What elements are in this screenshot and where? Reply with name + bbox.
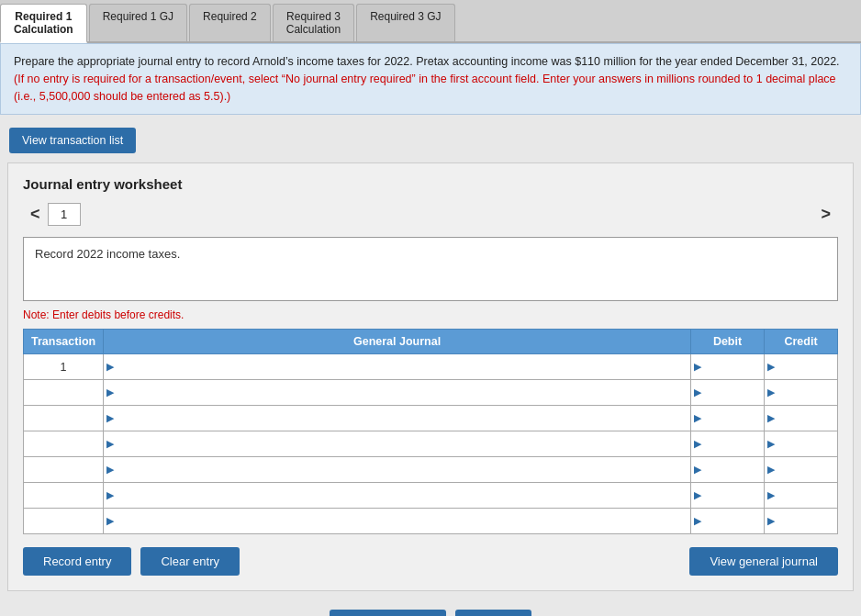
credit-input-6[interactable] (777, 483, 837, 508)
gj-arrow-2: ▶ (104, 386, 117, 398)
debit-input-7[interactable] (704, 509, 764, 533)
debit-input-1[interactable] (704, 354, 764, 379)
debit-input-cell-1[interactable]: ▶ (691, 354, 765, 380)
credit-arrow-1: ▶ (765, 361, 777, 373)
debit-arrow-5: ▶ (691, 464, 704, 476)
credit-input-3[interactable] (777, 406, 837, 431)
credit-arrow-4: ▶ (765, 438, 777, 450)
table-row: ▶ ▶ ▶ (24, 509, 838, 534)
debit-arrow-2: ▶ (691, 386, 704, 398)
transaction-num-4 (24, 431, 104, 457)
tab-req3gj[interactable]: Required 3 GJ (356, 4, 454, 41)
debit-input-cell-4[interactable]: ▶ (691, 431, 765, 457)
credit-arrow-3: ▶ (765, 412, 777, 424)
gj-input-4[interactable] (117, 431, 690, 456)
gj-input-cell-7[interactable]: ▶ (104, 509, 691, 534)
credit-input-4[interactable] (777, 431, 837, 456)
debit-arrow-4: ▶ (691, 438, 704, 450)
gj-input-cell-4[interactable]: ▶ (104, 431, 691, 457)
credit-input-cell-5[interactable]: ▶ (765, 457, 838, 483)
gj-input-cell-6[interactable]: ▶ (104, 483, 691, 509)
tab-req3calc[interactable]: Required 3Calculation (273, 4, 354, 41)
transaction-num-2 (24, 380, 104, 406)
header-debit: Debit (691, 330, 765, 354)
page-nav: < 1 > (23, 203, 838, 226)
gj-input-1[interactable] (117, 354, 690, 379)
gj-input-5[interactable] (117, 457, 690, 482)
table-row: ▶ ▶ ▶ (24, 380, 838, 406)
view-transaction-button[interactable]: View transaction list (9, 128, 136, 153)
nav-right-button[interactable]: > (813, 203, 838, 226)
tab-req1calc[interactable]: Required 1Calculation (0, 4, 87, 43)
credit-arrow-2: ▶ (765, 386, 777, 398)
table-row: 1 ▶ ▶ ▶ (24, 354, 838, 380)
header-general-journal: General Journal (104, 330, 691, 354)
credit-input-cell-1[interactable]: ▶ (765, 354, 838, 380)
worksheet-title: Journal entry worksheet (23, 176, 838, 192)
debit-input-3[interactable] (704, 406, 764, 431)
debit-input-cell-7[interactable]: ▶ (691, 509, 765, 534)
clear-entry-button[interactable]: Clear entry (140, 547, 240, 576)
gj-input-cell-5[interactable]: ▶ (104, 457, 691, 483)
worksheet-card: Journal entry worksheet < 1 > Record 202… (7, 162, 854, 591)
credit-input-7[interactable] (777, 509, 837, 533)
note-text: Note: Enter debits before credits. (23, 308, 838, 321)
debit-input-cell-6[interactable]: ▶ (691, 483, 765, 509)
credit-input-cell-4[interactable]: ▶ (765, 431, 838, 457)
transaction-num-7 (24, 509, 104, 534)
gj-input-cell-3[interactable]: ▶ (104, 406, 691, 431)
tab-req1gj[interactable]: Required 1 GJ (89, 4, 187, 41)
credit-arrow-7: ▶ (765, 515, 777, 527)
debit-arrow-1: ▶ (691, 361, 704, 373)
debit-input-cell-3[interactable]: ▶ (691, 406, 765, 431)
record-description: Record 2022 income taxes. (23, 237, 838, 301)
gj-input-6[interactable] (117, 483, 690, 508)
instruction-text-plain: Prepare the appropriate journal entry to… (14, 55, 840, 68)
gj-input-cell-2[interactable]: ▶ (104, 380, 691, 406)
debit-input-2[interactable] (704, 380, 764, 405)
transaction-num-6 (24, 483, 104, 509)
credit-input-1[interactable] (777, 354, 837, 379)
action-buttons-row: Record entry Clear entry View general jo… (23, 547, 838, 576)
gj-input-3[interactable] (117, 406, 690, 431)
credit-input-2[interactable] (777, 380, 837, 405)
gj-input-cell-1[interactable]: ▶ (104, 354, 691, 380)
debit-input-6[interactable] (704, 483, 764, 508)
table-row: ▶ ▶ ▶ (24, 483, 838, 509)
debit-input-4[interactable] (704, 431, 764, 456)
gj-arrow-1: ▶ (104, 361, 117, 373)
record-entry-button[interactable]: Record entry (23, 547, 131, 576)
nav-left-button[interactable]: < (23, 203, 48, 226)
credit-input-cell-3[interactable]: ▶ (765, 406, 838, 431)
credit-input-cell-2[interactable]: ▶ (765, 380, 838, 406)
credit-input-cell-6[interactable]: ▶ (765, 483, 838, 509)
credit-arrow-5: ▶ (765, 464, 777, 476)
journal-table: Transaction General Journal Debit Credit… (23, 329, 838, 534)
debit-input-cell-2[interactable]: ▶ (691, 380, 765, 406)
credit-arrow-6: ▶ (765, 489, 777, 501)
gj-arrow-6: ▶ (104, 489, 117, 501)
tab-req2[interactable]: Required 2 (189, 4, 271, 41)
table-row: ▶ ▶ ▶ (24, 431, 838, 457)
bottom-buttons-row: Save & Exit Hint (0, 602, 861, 616)
view-general-journal-button[interactable]: View general journal (689, 547, 838, 576)
gj-arrow-3: ▶ (104, 412, 117, 424)
debit-arrow-6: ▶ (691, 489, 704, 501)
transaction-num-5 (24, 457, 104, 483)
gj-input-2[interactable] (117, 380, 690, 405)
tabs-bar: Required 1Calculation Required 1 GJ Requ… (0, 0, 861, 43)
gj-input-7[interactable] (117, 509, 690, 533)
credit-input-cell-7[interactable]: ▶ (765, 509, 838, 534)
debit-input-cell-5[interactable]: ▶ (691, 457, 765, 483)
gj-arrow-7: ▶ (104, 515, 117, 527)
credit-input-5[interactable] (777, 457, 837, 482)
header-transaction: Transaction (24, 330, 104, 354)
save-exit-button[interactable]: Save & Exit (330, 610, 446, 616)
instruction-box: Prepare the appropriate journal entry to… (0, 43, 861, 115)
hint-button[interactable]: Hint (455, 610, 531, 616)
debit-input-5[interactable] (704, 457, 764, 482)
transaction-num-3 (24, 406, 104, 431)
header-credit: Credit (765, 330, 838, 354)
gj-arrow-5: ▶ (104, 464, 117, 476)
gj-arrow-4: ▶ (104, 438, 117, 450)
